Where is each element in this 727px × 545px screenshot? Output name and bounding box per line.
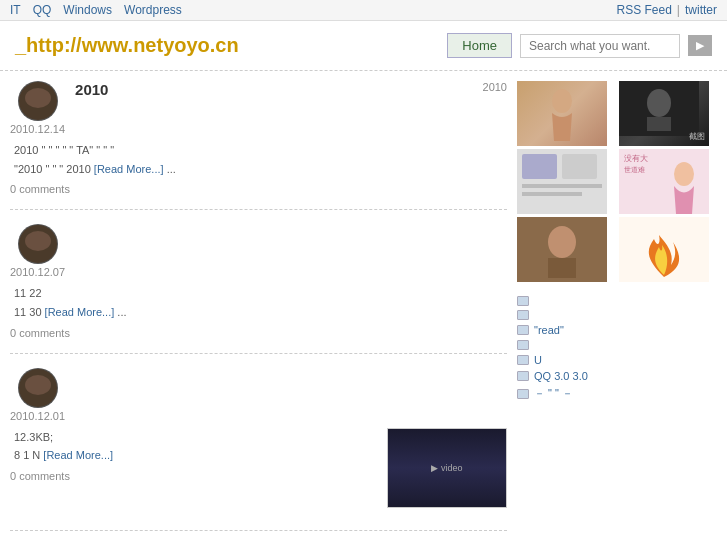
content: 2010.12.14 2010 2010 2010 " " " " " TA" … [10,81,507,545]
nav-windows[interactable]: Windows [63,3,112,17]
search-input[interactable] [520,34,680,58]
sidebar-link-6: QQ 3.0 3.0 [517,368,717,384]
sidebar-links: "read" U QQ 3.0 3.0 － " " － [517,294,717,403]
post-3-image-wrapper: ▶ video [379,428,507,512]
sidebar-link-1 [517,294,717,308]
nav-it[interactable]: IT [10,3,21,17]
post-3-read-more[interactable]: [Read More...] [43,449,113,461]
post-1-comments: 0 comments [10,183,507,195]
post-1-title: 2010 [75,81,108,98]
post-3-date: 2010.12.01 [10,410,65,422]
site-title[interactable]: _http://www.netyoyo.cn [15,34,239,57]
folder-icon-2 [517,310,529,320]
post-2-comments: 0 comments [10,327,507,339]
folder-icon-3 [517,325,529,335]
svg-rect-3 [647,117,671,131]
svg-point-14 [548,226,576,258]
thumb-6-image [619,217,709,282]
top-nav: IT QQ Windows Wordpress RSS Feed | twitt… [0,0,727,21]
home-button[interactable]: Home [447,33,512,58]
svg-point-12 [674,162,694,186]
svg-text:世道难: 世道难 [624,166,645,173]
thumb-2[interactable]: 截图 [619,81,709,146]
sidebar-link-6-label[interactable]: QQ 3.0 3.0 [534,370,588,382]
thumb-4-image: 没有大 世道难 [619,149,709,214]
post-3: 2010.12.01 ▶ video 12.3KB; 8 1 N [Read M… [10,368,507,531]
svg-rect-5 [522,154,557,179]
sidebar-link-5: U [517,352,717,368]
sidebar-link-3-label[interactable]: "read" [534,324,564,336]
nav-twitter[interactable]: twitter [685,3,717,17]
svg-point-2 [647,89,671,117]
thumb-2-image [619,81,699,136]
avatar-2 [18,224,58,264]
post-3-header: 2010.12.01 [10,368,507,422]
main: 2010.12.14 2010 2010 2010 " " " " " TA" … [0,71,727,545]
thumb-4[interactable]: 没有大 世道难 [619,149,709,214]
post-1-header: 2010.12.14 2010 2010 [10,81,507,135]
thumb-1-image [532,86,592,141]
post-1-read-more[interactable]: [Read More...] [94,163,164,175]
header-right: Home ▶ [447,33,712,58]
avatar-1 [18,81,58,121]
nav-wordpress[interactable]: Wordpress [124,3,182,17]
svg-rect-8 [522,192,582,196]
folder-icon-1 [517,296,529,306]
folder-icon-6 [517,371,529,381]
thumb-3-image [517,149,607,214]
svg-point-0 [552,89,572,113]
avatar-3 [18,368,58,408]
post-2-body: 11 22 11 30 [Read More...] ... [10,284,507,321]
folder-icon-5 [517,355,529,365]
search-button[interactable]: ▶ [688,35,712,56]
thumb-1[interactable] [517,81,607,146]
post-1-date: 2010.12.14 [10,123,65,135]
thumbnail-grid: 截图 没有大 [517,81,717,282]
post-3-image: ▶ video [387,428,507,508]
sidebar-link-4 [517,338,717,352]
post-1: 2010.12.14 2010 2010 2010 " " " " " TA" … [10,81,507,210]
post-2-date: 2010.12.07 [10,266,65,278]
post-2: 2010.12.07 11 22 11 30 [Read More...] ..… [10,224,507,353]
sidebar-link-7-label[interactable]: － " " － [534,386,573,401]
svg-rect-7 [522,184,602,188]
folder-icon-4 [517,340,529,350]
sidebar-link-7: － " " － [517,384,717,403]
sidebar-link-5-label[interactable]: U [534,354,542,366]
sidebar-link-2 [517,308,717,322]
nav-rss[interactable]: RSS Feed [617,3,672,17]
nav-right: RSS Feed | twitter [617,3,718,17]
thumb-5[interactable] [517,217,607,282]
thumb-5-image [517,217,607,282]
header: _http://www.netyoyo.cn Home ▶ [0,21,727,71]
sidebar: 截图 没有大 [517,81,717,545]
thumb-6[interactable] [619,217,709,282]
nav-qq[interactable]: QQ [33,3,52,17]
sidebar-link-3: "read" [517,322,717,338]
post-2-read-more[interactable]: [Read More...] [45,306,115,318]
thumb-3[interactable] [517,149,607,214]
nav-left: IT QQ Windows Wordpress [10,3,182,17]
post-2-header: 2010.12.07 [10,224,507,278]
post-1-year: 2010 [483,81,507,93]
svg-rect-6 [562,154,597,179]
post-1-body: 2010 " " " " " TA" " " " "2010 " " " 201… [10,141,507,178]
folder-icon-7 [517,389,529,399]
svg-rect-15 [548,258,576,278]
svg-text:没有大: 没有大 [624,154,648,163]
